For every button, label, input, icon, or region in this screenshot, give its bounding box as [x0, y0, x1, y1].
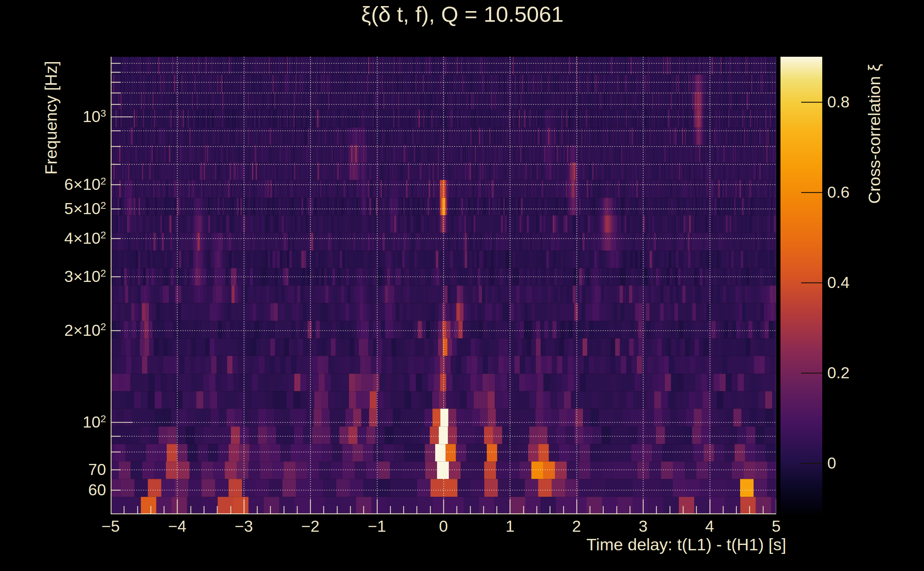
x-tick-label: −5: [82, 518, 139, 534]
x-tick-label: −4: [148, 518, 206, 534]
y-tick-label: 60: [0, 482, 106, 498]
y-tick-label: 70: [0, 461, 106, 477]
colorbar-tick-label: 0.6: [827, 184, 850, 200]
x-tick-label: −2: [282, 518, 339, 534]
x-tick-label: 4: [681, 518, 739, 534]
qscan-figure: ξ(δ t, f), Q = 10.5061 Frequency [Hz] Ti…: [0, 0, 924, 571]
y-tick-label: 5×102: [0, 201, 106, 217]
y-tick-label: 3×102: [0, 269, 106, 284]
x-tick-label: −3: [215, 518, 272, 534]
x-tick-label: −1: [348, 518, 406, 534]
x-tick-label: 3: [615, 518, 672, 534]
colorbar-tick-label: 0: [827, 455, 836, 471]
colorbar-tick-label: 0.8: [827, 94, 850, 110]
y-tick-label: 102: [0, 414, 106, 430]
y-tick-label: 6×102: [0, 176, 106, 192]
x-tick-label: 0: [415, 518, 472, 534]
chart-title: ξ(δ t, f), Q = 10.5061: [111, 2, 814, 27]
x-axis-title: Time delay: t(L1) - t(H1) [s]: [0, 535, 786, 554]
x-tick-label: 2: [548, 518, 605, 534]
heatmap-canvas: [111, 57, 776, 514]
x-tick-label: 5: [748, 518, 805, 534]
colorbar-title: Cross-correlation ξ: [864, 64, 884, 204]
y-tick-label: 103: [0, 108, 106, 125]
y-tick-label: 4×102: [0, 230, 106, 246]
x-tick-label: 1: [481, 518, 538, 534]
y-tick-label: 2×102: [0, 322, 106, 338]
colorbar-tick-label: 0.4: [827, 275, 850, 290]
colorbar-canvas: [780, 57, 822, 514]
colorbar-tick-label: 0.2: [827, 365, 850, 381]
